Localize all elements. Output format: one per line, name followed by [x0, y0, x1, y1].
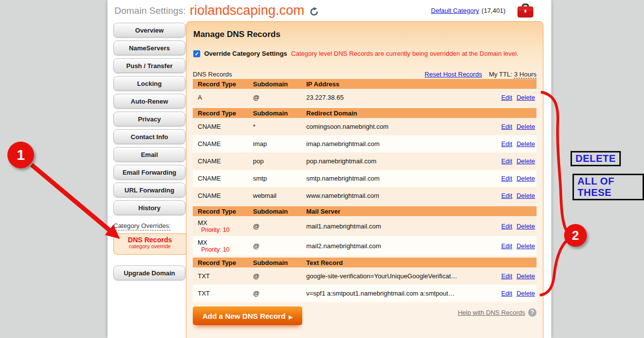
record-value: mail2.namebrightmail.com — [306, 242, 491, 250]
table-section-header: Record Type Subdomain Text Record — [193, 258, 537, 267]
dns-records-table: Record Type Subdomain IP Address A @ 23.… — [193, 79, 537, 302]
override-settings-row: ✓ Override Category Settings Category le… — [193, 50, 518, 57]
record-priority: Priority: 10 — [201, 226, 253, 233]
record-subdomain: @ — [253, 223, 306, 230]
col-subdomain: Subdomain — [253, 208, 306, 215]
record-type: MX — [198, 219, 208, 226]
domain-name: riolandscaping.com — [190, 3, 305, 18]
sidebar-item-auto-renew[interactable]: Auto-Renew — [113, 94, 185, 109]
delete-link[interactable]: Delete — [516, 94, 535, 101]
record-type: TXT — [198, 272, 210, 280]
col-value: Redirect Domain — [306, 110, 491, 117]
delete-link[interactable]: Delete — [516, 290, 535, 297]
sidebar-item-url-forwarding[interactable]: URL Forwarding — [113, 183, 185, 197]
delete-link[interactable]: Delete — [516, 223, 535, 230]
delete-link[interactable]: Delete — [516, 192, 535, 199]
help-wrap: Help with DNS Records ? — [458, 308, 537, 317]
edit-link[interactable]: Edit — [501, 272, 512, 280]
sidebar-item-overview[interactable]: Overview — [113, 23, 185, 38]
delete-link[interactable]: Delete — [516, 123, 535, 130]
col-record-type: Record Type — [198, 80, 253, 88]
sidebar-item-privacy[interactable]: Privacy — [113, 112, 185, 126]
sidebar-item-email-forwarding[interactable]: Email Forwarding — [113, 165, 185, 180]
app-page: Domain Settings: riolandscaping.com Defa… — [107, 0, 551, 338]
record-value: google-site-verification=YourUniqueGoogl… — [306, 272, 491, 280]
row-actions: Edit Delete — [499, 290, 537, 297]
table-row: CNAME pop pop.namebrightmail.com Edit De… — [193, 152, 537, 170]
table-section-header: Record Type Subdomain Mail Server — [193, 206, 537, 216]
top-header: Domain Settings: riolandscaping.com Defa… — [107, 0, 551, 21]
record-type: CNAME — [198, 175, 221, 182]
row-actions: Edit Delete — [499, 94, 537, 101]
table-section-header: Record Type Subdomain IP Address — [193, 79, 537, 89]
category-override-sublabel: category override — [114, 243, 186, 249]
category-count: (17,401) — [482, 7, 505, 14]
edit-link[interactable]: Edit — [501, 290, 512, 297]
ttl-value-link[interactable]: 3 Hours — [514, 71, 537, 78]
annotation-step-1: 1 — [7, 142, 34, 168]
edit-link[interactable]: Edit — [501, 175, 512, 182]
my-ttl: My TTL: 3 Hours — [489, 71, 537, 78]
ttl-label: My TTL: — [489, 71, 512, 78]
arrow-right-icon: ▶ — [289, 314, 293, 320]
panel-bottom-row: Add a New DNS Record▶ Help with DNS Reco… — [193, 306, 537, 325]
delete-link[interactable]: Delete — [516, 175, 535, 182]
record-value: 23.227.38.65 — [306, 94, 491, 101]
record-subdomain: @ — [253, 242, 306, 250]
edit-link[interactable]: Edit — [501, 242, 512, 250]
edit-link[interactable]: Edit — [501, 192, 512, 199]
default-category-link[interactable]: Default Category — [431, 7, 479, 14]
sidebar-buttons: Overview NameServers Push / Transfer Loc… — [113, 23, 186, 215]
table-row: CNAME imap imap.namebrightmail.com Edit … — [193, 135, 537, 152]
record-type: A — [198, 94, 202, 101]
sidebar-item-nameservers[interactable]: NameServers — [113, 40, 185, 55]
record-value: imap.namebrightmail.com — [306, 140, 491, 148]
edit-link[interactable]: Edit — [501, 123, 512, 130]
briefcase-icon[interactable] — [517, 3, 534, 18]
sidebar-item-dns-records[interactable]: DNS Records category override — [113, 233, 186, 255]
sidebar-item-upgrade-domain[interactable]: Upgrade Domain — [113, 265, 185, 280]
record-subdomain: pop — [253, 157, 306, 165]
delete-link[interactable]: Delete — [516, 272, 535, 280]
table-row: A @ 23.227.38.65 Edit Delete — [193, 89, 537, 106]
sidebar-item-email[interactable]: Email — [113, 147, 185, 162]
override-checkbox-label: Override Category Settings — [204, 50, 287, 57]
sidebar-item-locking[interactable]: Locking — [113, 76, 185, 91]
record-value: mail1.namebrightmail.com — [306, 223, 491, 230]
record-type: MX — [198, 239, 208, 246]
domain-settings-label: Domain Settings: — [114, 5, 186, 16]
delete-link[interactable]: Delete — [516, 242, 535, 250]
delete-link[interactable]: Delete — [516, 140, 535, 148]
table-row: MXPriority: 10 @ mail1.namebrightmail.co… — [193, 216, 537, 236]
refresh-icon[interactable] — [309, 7, 319, 16]
record-subdomain: webmail — [253, 192, 306, 199]
record-subdomain: imap — [253, 140, 306, 148]
row-actions: Edit Delete — [499, 157, 537, 165]
reset-host-records-link[interactable]: Reset Host Records — [425, 71, 482, 78]
edit-link[interactable]: Edit — [501, 94, 512, 101]
dns-table-wrap: DNS Records Reset Host Records My TTL: 3… — [193, 68, 537, 302]
annotation-arrow-1 — [32, 165, 110, 231]
sidebar-item-contact-info[interactable]: Contact Info — [113, 129, 185, 144]
sidebar-item-history[interactable]: History — [113, 200, 185, 215]
row-actions: Edit Delete — [499, 272, 537, 280]
record-value: v=spf1 a:smtpout1.namebrightmail.com a:s… — [306, 290, 491, 297]
record-value: smtp.namebrightmail.com — [306, 175, 491, 182]
add-dns-record-button[interactable]: Add a New DNS Record▶ — [193, 306, 302, 325]
record-subdomain: @ — [253, 94, 306, 101]
help-dns-records-link[interactable]: Help with DNS Records — [458, 309, 525, 316]
record-type: CNAME — [198, 192, 221, 199]
record-subdomain: @ — [253, 290, 306, 297]
edit-link[interactable]: Edit — [501, 223, 512, 230]
delete-link[interactable]: Delete — [516, 157, 535, 165]
category-overrides-label: Category Overrides: — [113, 222, 171, 230]
record-priority: Priority: 10 — [201, 246, 253, 253]
record-type: TXT — [198, 290, 210, 297]
override-category-checkbox[interactable]: ✓ — [193, 50, 200, 57]
edit-link[interactable]: Edit — [501, 140, 512, 148]
question-mark-icon[interactable]: ? — [528, 308, 537, 317]
edit-link[interactable]: Edit — [501, 157, 512, 165]
row-actions: Edit Delete — [499, 242, 537, 250]
sidebar-item-push-transfer[interactable]: Push / Transfer — [113, 58, 185, 73]
header-right: Default Category (17,401) — [431, 0, 534, 21]
